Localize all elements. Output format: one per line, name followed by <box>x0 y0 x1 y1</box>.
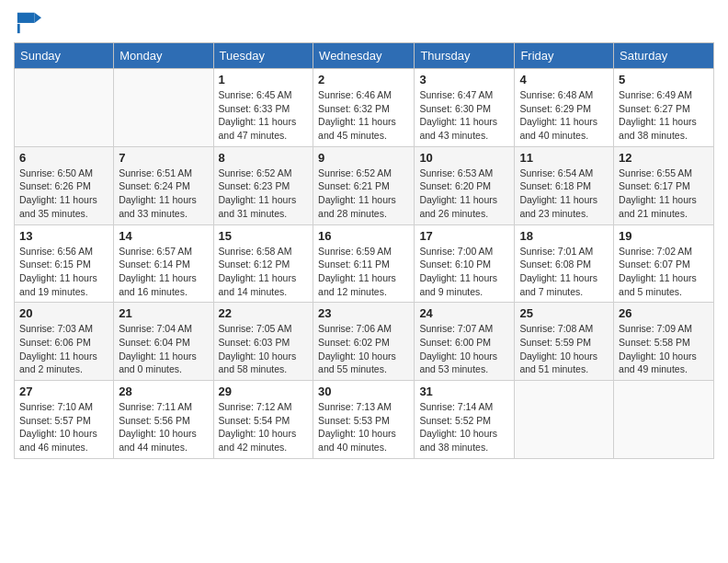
calendar-weekday-monday: Monday <box>114 43 213 69</box>
calendar-cell: 24Sunrise: 7:07 AM Sunset: 6:00 PM Dayli… <box>415 303 515 381</box>
calendar-cell: 27Sunrise: 7:10 AM Sunset: 5:57 PM Dayli… <box>15 381 114 459</box>
day-number: 25 <box>519 306 609 320</box>
calendar-table: SundayMondayTuesdayWednesdayThursdayFrid… <box>14 42 714 459</box>
day-info: Sunrise: 7:01 AM Sunset: 6:08 PM Dayligh… <box>519 245 609 299</box>
calendar-cell: 18Sunrise: 7:01 AM Sunset: 6:08 PM Dayli… <box>515 224 614 303</box>
calendar-cell: 28Sunrise: 7:11 AM Sunset: 5:56 PM Dayli… <box>114 381 213 459</box>
calendar-cell: 21Sunrise: 7:04 AM Sunset: 6:04 PM Dayli… <box>114 303 213 381</box>
day-info: Sunrise: 7:04 AM Sunset: 6:04 PM Dayligh… <box>119 322 208 376</box>
day-info: Sunrise: 7:11 AM Sunset: 5:56 PM Dayligh… <box>119 400 208 454</box>
day-number: 4 <box>519 73 609 86</box>
day-info: Sunrise: 7:10 AM Sunset: 5:57 PM Dayligh… <box>19 400 108 454</box>
header <box>14 9 714 35</box>
day-info: Sunrise: 7:13 AM Sunset: 5:53 PM Dayligh… <box>318 400 409 454</box>
calendar-cell <box>614 381 714 459</box>
calendar-weekday-tuesday: Tuesday <box>213 43 313 69</box>
calendar-weekday-saturday: Saturday <box>614 43 714 69</box>
day-number: 17 <box>419 229 509 243</box>
calendar-weekday-wednesday: Wednesday <box>313 43 415 69</box>
day-number: 8 <box>219 151 309 165</box>
calendar-cell: 22Sunrise: 7:05 AM Sunset: 6:03 PM Dayli… <box>213 303 313 381</box>
page: SundayMondayTuesdayWednesdayThursdayFrid… <box>0 0 728 563</box>
day-number: 18 <box>519 229 609 243</box>
calendar-cell: 16Sunrise: 6:59 AM Sunset: 6:11 PM Dayli… <box>313 224 415 303</box>
day-info: Sunrise: 7:00 AM Sunset: 6:10 PM Dayligh… <box>419 245 509 299</box>
calendar-cell: 23Sunrise: 7:06 AM Sunset: 6:02 PM Dayli… <box>313 303 415 381</box>
calendar-cell: 7Sunrise: 6:51 AM Sunset: 6:24 PM Daylig… <box>114 146 213 224</box>
day-number: 11 <box>519 151 609 165</box>
day-number: 27 <box>19 385 108 398</box>
day-number: 30 <box>318 385 409 398</box>
calendar-week-row: 27Sunrise: 7:10 AM Sunset: 5:57 PM Dayli… <box>15 381 714 459</box>
day-info: Sunrise: 6:50 AM Sunset: 6:26 PM Dayligh… <box>19 167 108 221</box>
day-info: Sunrise: 7:07 AM Sunset: 6:00 PM Dayligh… <box>419 322 509 376</box>
day-number: 19 <box>619 229 709 243</box>
day-number: 29 <box>219 385 309 398</box>
day-number: 28 <box>119 385 208 398</box>
day-info: Sunrise: 6:51 AM Sunset: 6:24 PM Dayligh… <box>119 167 208 221</box>
calendar-cell: 13Sunrise: 6:56 AM Sunset: 6:15 PM Dayli… <box>15 224 114 303</box>
day-number: 16 <box>318 229 409 243</box>
day-number: 6 <box>19 151 108 165</box>
svg-marker-0 <box>17 13 35 23</box>
day-info: Sunrise: 6:53 AM Sunset: 6:20 PM Dayligh… <box>419 167 509 221</box>
calendar-cell: 3Sunrise: 6:47 AM Sunset: 6:30 PM Daylig… <box>415 69 515 147</box>
day-info: Sunrise: 7:14 AM Sunset: 5:52 PM Dayligh… <box>419 400 509 454</box>
day-info: Sunrise: 6:52 AM Sunset: 6:23 PM Dayligh… <box>219 167 309 221</box>
day-info: Sunrise: 6:56 AM Sunset: 6:15 PM Dayligh… <box>19 245 108 299</box>
calendar-cell: 1Sunrise: 6:45 AM Sunset: 6:33 PM Daylig… <box>213 69 313 147</box>
day-number: 5 <box>619 73 709 86</box>
day-number: 14 <box>119 229 208 243</box>
calendar-cell: 31Sunrise: 7:14 AM Sunset: 5:52 PM Dayli… <box>415 381 515 459</box>
day-number: 15 <box>219 229 309 243</box>
calendar-week-row: 6Sunrise: 6:50 AM Sunset: 6:26 PM Daylig… <box>15 146 714 224</box>
day-number: 12 <box>619 151 709 165</box>
calendar-cell: 17Sunrise: 7:00 AM Sunset: 6:10 PM Dayli… <box>415 224 515 303</box>
calendar-cell: 5Sunrise: 6:49 AM Sunset: 6:27 PM Daylig… <box>614 69 714 147</box>
day-number: 23 <box>318 306 409 320</box>
day-number: 9 <box>318 151 409 165</box>
calendar-week-row: 1Sunrise: 6:45 AM Sunset: 6:33 PM Daylig… <box>15 69 714 147</box>
calendar-header-row: SundayMondayTuesdayWednesdayThursdayFrid… <box>15 43 714 69</box>
calendar-week-row: 20Sunrise: 7:03 AM Sunset: 6:06 PM Dayli… <box>15 303 714 381</box>
calendar-weekday-sunday: Sunday <box>15 43 114 69</box>
day-info: Sunrise: 7:03 AM Sunset: 6:06 PM Dayligh… <box>19 322 108 376</box>
day-info: Sunrise: 6:46 AM Sunset: 6:32 PM Dayligh… <box>318 88 409 143</box>
day-info: Sunrise: 6:54 AM Sunset: 6:18 PM Dayligh… <box>519 167 609 221</box>
calendar-cell: 4Sunrise: 6:48 AM Sunset: 6:29 PM Daylig… <box>515 69 614 147</box>
day-number: 7 <box>119 151 208 165</box>
calendar-week-row: 13Sunrise: 6:56 AM Sunset: 6:15 PM Dayli… <box>15 224 714 303</box>
svg-marker-1 <box>35 13 41 23</box>
day-info: Sunrise: 7:05 AM Sunset: 6:03 PM Dayligh… <box>219 322 309 376</box>
calendar-cell: 11Sunrise: 6:54 AM Sunset: 6:18 PM Dayli… <box>515 146 614 224</box>
calendar-weekday-thursday: Thursday <box>415 43 515 69</box>
day-info: Sunrise: 6:58 AM Sunset: 6:12 PM Dayligh… <box>219 245 309 299</box>
day-number: 26 <box>619 306 709 320</box>
logo-icon <box>16 9 41 35</box>
day-number: 31 <box>419 385 509 398</box>
calendar-cell: 2Sunrise: 6:46 AM Sunset: 6:32 PM Daylig… <box>313 69 415 147</box>
day-number: 1 <box>219 73 309 86</box>
calendar-cell: 10Sunrise: 6:53 AM Sunset: 6:20 PM Dayli… <box>415 146 515 224</box>
day-info: Sunrise: 6:59 AM Sunset: 6:11 PM Dayligh… <box>318 245 409 299</box>
logo <box>14 9 45 35</box>
day-number: 2 <box>318 73 409 86</box>
calendar-cell: 20Sunrise: 7:03 AM Sunset: 6:06 PM Dayli… <box>15 303 114 381</box>
day-info: Sunrise: 6:52 AM Sunset: 6:21 PM Dayligh… <box>318 167 409 221</box>
calendar-weekday-friday: Friday <box>515 43 614 69</box>
calendar-cell: 15Sunrise: 6:58 AM Sunset: 6:12 PM Dayli… <box>213 224 313 303</box>
calendar-cell: 19Sunrise: 7:02 AM Sunset: 6:07 PM Dayli… <box>614 224 714 303</box>
day-info: Sunrise: 7:09 AM Sunset: 5:58 PM Dayligh… <box>619 322 709 376</box>
calendar-cell <box>515 381 614 459</box>
calendar-cell: 6Sunrise: 6:50 AM Sunset: 6:26 PM Daylig… <box>15 146 114 224</box>
calendar-cell: 30Sunrise: 7:13 AM Sunset: 5:53 PM Dayli… <box>313 381 415 459</box>
day-info: Sunrise: 7:08 AM Sunset: 5:59 PM Dayligh… <box>519 322 609 376</box>
day-number: 20 <box>19 306 108 320</box>
calendar-cell: 25Sunrise: 7:08 AM Sunset: 5:59 PM Dayli… <box>515 303 614 381</box>
calendar-cell: 14Sunrise: 6:57 AM Sunset: 6:14 PM Dayli… <box>114 224 213 303</box>
day-number: 21 <box>119 306 208 320</box>
day-number: 24 <box>419 306 509 320</box>
day-info: Sunrise: 6:49 AM Sunset: 6:27 PM Dayligh… <box>619 88 709 143</box>
calendar-cell: 26Sunrise: 7:09 AM Sunset: 5:58 PM Dayli… <box>614 303 714 381</box>
calendar-cell: 9Sunrise: 6:52 AM Sunset: 6:21 PM Daylig… <box>313 146 415 224</box>
